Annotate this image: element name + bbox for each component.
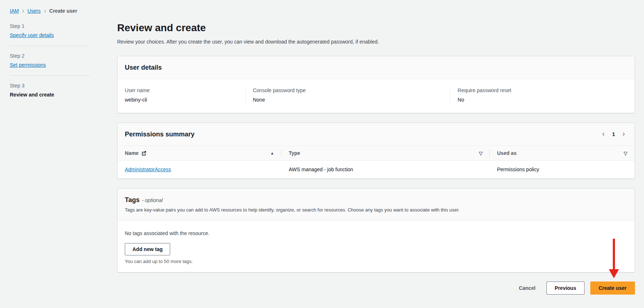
field-value: No: [458, 96, 627, 103]
tags-title-text: Tags: [125, 196, 140, 204]
tags-optional-label: - optional: [142, 197, 163, 203]
field-console-password-type: Console password type None: [245, 87, 450, 103]
create-user-page: IAM › Users › Create user Step 1 Specify…: [0, 0, 644, 307]
wizard-step-2: Step 2 Set permissions: [10, 53, 117, 68]
step-divider: [10, 46, 90, 46]
user-details-title: User details: [125, 63, 162, 71]
cell-policy-type: AWS managed - job function: [282, 161, 490, 178]
page-subtitle: Review your choices. After you create th…: [117, 38, 635, 45]
breadcrumb-link-iam[interactable]: IAM: [10, 8, 19, 14]
step-divider: [10, 75, 90, 76]
tags-header: Tags- optional Tags are key-value pairs …: [118, 189, 635, 221]
field-value: None: [253, 96, 443, 103]
wizard-steps-nav: Step 1 Specify user details Step 2 Set p…: [10, 23, 117, 98]
permissions-summary-header: Permissions summary 1: [118, 123, 635, 146]
step-link-specify-user-details[interactable]: Specify user details: [10, 32, 54, 38]
tags-title: Tags- optional: [125, 196, 627, 204]
chevron-left-icon: [600, 131, 606, 137]
page-title: Review and create: [117, 22, 635, 34]
user-details-header: User details: [118, 56, 635, 79]
tags-empty-message: No tags associated with the resource.: [125, 230, 627, 237]
breadcrumb-link-users[interactable]: Users: [28, 8, 41, 14]
left-column: IAM › Users › Create user Step 1 Specify…: [10, 8, 117, 307]
cell-policy-name: AdministratorAccess: [118, 161, 282, 178]
pagination: 1: [600, 131, 627, 138]
field-label: User name: [125, 87, 238, 94]
main-content: Review and create Review your choices. A…: [117, 8, 635, 307]
wizard-step-3-current: Step 3 Review and create: [10, 83, 117, 98]
column-header-type[interactable]: Type ▽: [282, 146, 490, 160]
column-header-used-as[interactable]: Used as ▽: [490, 146, 635, 160]
column-header-label: Used as: [497, 150, 517, 156]
step-current-review-and-create: Review and create: [10, 92, 117, 98]
wizard-step-1: Step 1 Specify user details: [10, 23, 117, 38]
sort-ascending-icon: ▲: [270, 151, 274, 155]
field-label: Console password type: [253, 87, 443, 94]
field-user-name: User name webiny-cli: [118, 87, 245, 103]
sort-unsorted-icon: ▽: [479, 151, 483, 156]
step-number-label: Step 3: [10, 83, 117, 89]
field-label: Require password reset: [458, 87, 627, 94]
tags-limit-hint: You can add up to 50 more tags.: [125, 259, 627, 264]
wizard-actions-footer: Cancel Previous Create user: [117, 282, 635, 307]
cell-policy-used-as: Permissions policy: [490, 161, 635, 178]
table-row: AdministratorAccess AWS managed - job fu…: [118, 161, 635, 178]
step-number-label: Step 2: [10, 53, 117, 59]
column-header-label: Type: [289, 150, 300, 156]
tags-card: Tags- optional Tags are key-value pairs …: [117, 188, 635, 272]
tags-description: Tags are key-value pairs you can add to …: [125, 207, 627, 213]
chevron-right-icon: [621, 131, 627, 137]
create-user-button[interactable]: Create user: [590, 282, 635, 295]
chevron-right-icon: ›: [44, 8, 46, 13]
sort-unsorted-icon: ▽: [624, 151, 627, 156]
column-header-label: Name: [125, 150, 139, 156]
field-value: webiny-cli: [125, 96, 238, 103]
cancel-button[interactable]: Cancel: [514, 282, 541, 295]
pagination-next-button[interactable]: [620, 131, 627, 138]
breadcrumb: IAM › Users › Create user: [10, 8, 117, 14]
permissions-summary-title: Permissions summary: [125, 130, 194, 138]
field-require-password-reset: Require password reset No: [450, 87, 635, 103]
chevron-right-icon: ›: [22, 8, 24, 13]
step-number-label: Step 1: [10, 23, 117, 29]
permissions-table-header: Name ▲ Type ▽ Used as ▽: [118, 146, 635, 161]
policy-link-administratoraccess[interactable]: AdministratorAccess: [125, 167, 171, 172]
column-header-name[interactable]: Name ▲: [118, 146, 282, 160]
user-details-body: User name webiny-cli Console password ty…: [118, 79, 635, 113]
previous-button[interactable]: Previous: [546, 282, 584, 295]
step-link-set-permissions[interactable]: Set permissions: [10, 62, 46, 68]
tags-body: No tags associated with the resource. Ad…: [118, 221, 635, 272]
permissions-summary-card: Permissions summary 1: [117, 123, 635, 179]
user-details-card: User details User name webiny-cli Consol…: [117, 56, 635, 113]
external-link-icon: [141, 151, 147, 156]
breadcrumb-current: Create user: [49, 8, 77, 14]
pagination-previous-button[interactable]: [600, 131, 607, 138]
add-new-tag-button[interactable]: Add new tag: [125, 243, 170, 255]
pagination-current-page[interactable]: 1: [612, 131, 615, 137]
